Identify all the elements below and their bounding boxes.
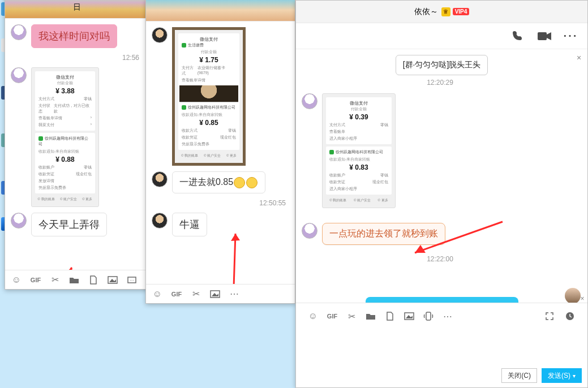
svg-marker-15 [406,315,413,318]
timestamp: 12:22:00 [302,255,578,263]
call-icon[interactable] [510,28,526,44]
expand-icon[interactable] [543,310,556,322]
avatar [302,93,317,109]
pay-amount: ¥ 3.88 [38,87,92,95]
svg-marker-13 [415,245,426,253]
pay-label: 付款金额 [38,80,92,86]
window-title: 依依～ [414,7,438,17]
gif-icon[interactable]: GIF [327,311,338,322]
message-bubble: 我这样时间对吗 [31,24,117,48]
chat-scroll[interactable]: 我这样时间对吗 12:56 微信支付 付款金额 ¥ 3.88 支付方式零钱 支付… [5,19,148,270]
close-panel-icon[interactable]: × [574,53,584,63]
pay-header: 微信支付 [38,74,92,80]
gif-icon[interactable]: GIF [171,288,182,300]
scissors-icon[interactable]: ✂ [49,274,61,286]
title-fragment: 日 [73,2,81,12]
message-bubble: 一进去就0.85 [172,171,265,193]
scissors-icon[interactable]: ✂ [190,288,201,300]
pay-amount: ¥ 0.88 [38,156,92,163]
message-bubble: 牛逼 [172,213,207,236]
payment-screenshot[interactable]: 微信支付 付款金额 ¥ 3.88 支付方式零钱 支付状态支付成功，对方已收款 查… [31,67,99,207]
vip-icon: ♕ [441,7,450,16]
laugh-emoji [246,177,257,188]
chat-window-back-left: 日 我这样时间对吗 12:56 微信支付 付款金额 ¥ 3.88 支付方式零钱 … [5,0,149,290]
svg-marker-1 [66,268,73,270]
chat-window-front: 依依～ ♕ VIP4 ⋯ × [群·匀匀匀哒]脱头王头 12:20:29 [295,0,588,388]
input-toolbar: ☺ GIF ✂ ⋯ [5,270,148,289]
avatar [152,171,168,187]
chat-window-back-middle: 微信支付 生活缴费 付款金额 ¥ 1.75 支付方式农业银行储蓄卡(9879) … [145,0,295,304]
annotation-arrow [49,262,83,270]
input-toolbar: ☺ GIF ✂ ⋯ [146,284,295,303]
svg-line-0 [55,268,72,270]
svg-line-6 [234,234,235,284]
emoji-icon[interactable]: ☺ [307,311,319,322]
folder-icon[interactable] [365,311,376,322]
timestamp: 12:20:29 [302,79,578,87]
merchant-icon [329,150,334,154]
merchant-icon [182,105,186,110]
timestamp: 12:56 [11,54,139,62]
timestamp: 12:50:55 [152,199,286,207]
gif-icon[interactable]: GIF [30,274,41,286]
svg-marker-11 [547,32,551,40]
chat-scroll[interactable]: 微信支付 生活缴费 付款金额 ¥ 1.75 支付方式农业银行储蓄卡(9879) … [146,21,295,284]
input-area: ☺ GIF ✂ ⋯ 关闭(C) 发送(S)▾ [296,303,587,387]
photo-thumb [179,85,238,102]
svg-rect-10 [538,32,547,40]
emoji-icon[interactable]: ☺ [11,274,22,286]
avatar [302,223,317,239]
send-button[interactable]: 发送(S)▾ [542,368,582,383]
avatar [152,213,168,229]
payment-screenshot-framed[interactable]: 微信支付 生活缴费 付款金额 ¥ 1.75 支付方式农业银行储蓄卡(9879) … [172,27,246,166]
pay-amount: ¥ 0.83 [329,163,388,171]
merchant-icon [38,136,43,141]
svg-text:⋯: ⋯ [130,278,134,283]
shake-icon[interactable] [423,311,434,322]
video-icon[interactable] [537,28,552,44]
close-icon[interactable]: × [578,295,586,303]
clipped-bubble: [群·匀匀匀哒]脱头王头 [396,55,488,75]
avatar [11,213,27,229]
file-icon[interactable] [88,274,99,286]
svg-marker-9 [212,293,218,296]
avatar [11,67,27,83]
pay-amount: ¥ 0.39 [329,113,388,121]
close-button[interactable]: 关闭(C) [501,368,537,383]
file-icon[interactable] [384,311,396,322]
more-icon[interactable]: ⋯ [563,28,578,44]
pay-amount: ¥ 1.75 [182,56,236,64]
scissors-icon[interactable]: ✂ [346,311,357,322]
window-titlebar: 依依～ ♕ VIP4 [296,1,587,23]
biz-icon [182,43,186,48]
more-icon[interactable]: ⋯ [229,288,240,300]
history-icon[interactable] [564,310,576,322]
more-icon[interactable]: ⋯ [442,311,453,322]
more-icon[interactable]: ⋯ [126,274,138,286]
window-toolbar: ⋯ [296,23,587,49]
svg-marker-3 [109,279,116,282]
picture-icon[interactable] [209,288,221,300]
chevron-down-icon: ▾ [573,373,576,379]
picture-icon[interactable] [107,274,118,286]
message-bubble: 今天早上弄得 [31,213,107,236]
laugh-emoji [234,177,245,188]
vip-badge: VIP4 [453,8,470,15]
folder-icon[interactable] [68,274,80,286]
message-input[interactable] [302,326,582,368]
message-bubble-fancy: 一点玩的进去领了就秒到账 [322,223,445,245]
input-toolbar: ☺ GIF ✂ ⋯ [302,307,582,326]
avatar [11,24,27,40]
picture-icon[interactable] [404,311,415,322]
payment-screenshot[interactable]: 微信支付 付款金额 ¥ 0.39 支付方式零钱 查看账单 进入商家小程序 徐州跃… [322,93,396,208]
pay-amount: ¥ 0.85 [182,119,236,127]
avatar [152,27,168,43]
svg-rect-16 [426,312,431,320]
emoji-icon[interactable]: ☺ [152,288,163,300]
chat-scroll[interactable]: × [群·匀匀匀哒]脱头王头 12:20:29 微信支付 付款金额 ¥ 0.39… [296,49,587,303]
partial-bubble [366,297,518,303]
